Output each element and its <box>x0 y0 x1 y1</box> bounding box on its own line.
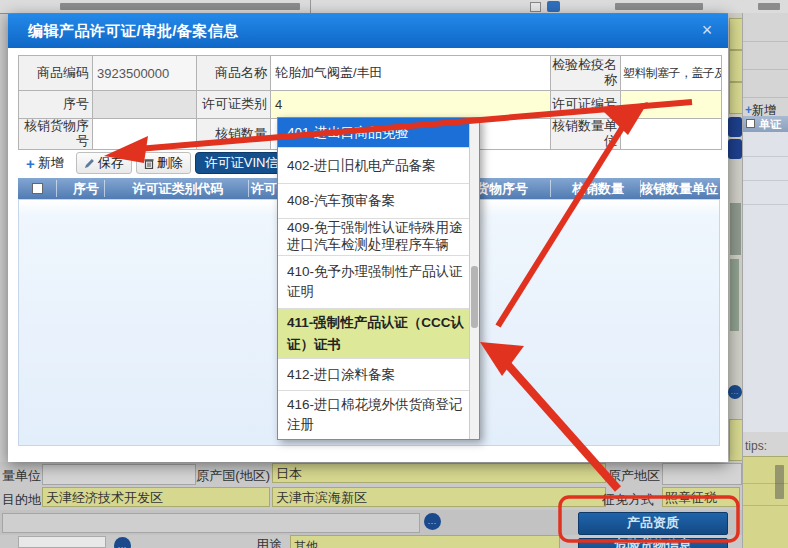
background-table-header: 单证 <box>743 116 788 132</box>
dropdown-scrollbar[interactable] <box>469 118 479 439</box>
col-header-type-code: 许可证类别代码 <box>108 178 248 199</box>
dropdown-option-409[interactable]: 409-免于强制性认证特殊用途进口汽车检测处理程序车辆 <box>278 219 470 256</box>
divider <box>743 69 788 70</box>
destination-field-2[interactable]: 天津市滨海新区 <box>272 487 606 507</box>
dropdown-option-401[interactable]: 401-进出口商品免验 <box>278 118 470 148</box>
col-header-seq: 序号 <box>66 178 106 199</box>
origin-area-label: 原产地区 <box>608 467 660 485</box>
dangerous-goods-button[interactable]: 危险货物信息 <box>578 538 728 548</box>
field-label: 许可证类别 <box>197 91 271 119</box>
close-icon[interactable]: × <box>696 19 718 41</box>
dropdown-option-416[interactable]: 416-进口棉花境外供货商登记注册 <box>278 391 470 439</box>
background-cell <box>729 50 743 82</box>
origin-area-field[interactable] <box>662 463 742 485</box>
destination-field-1[interactable]: 天津经济技术开发区 <box>42 487 270 507</box>
screen: ... +新增 单证 tips: 量单位 原产国(地区) 日本 <box>0 0 788 548</box>
divider <box>56 180 57 197</box>
field-label: 检验检疫名称 <box>551 56 621 91</box>
divider <box>743 204 788 205</box>
divider <box>248 180 249 197</box>
background-row-destination: 目的地 天津经济技术开发区 天津市滨海新区 征免方式 照章征税 <box>0 486 742 511</box>
field-label: 商品编码 <box>19 56 93 91</box>
plus-icon: + <box>26 155 35 172</box>
dialog-titlebar: 编辑产品许可证/审批/备案信息 × <box>8 14 728 48</box>
destination-label: 目的地 <box>2 491 41 509</box>
blurred-text-bar <box>775 465 784 499</box>
dropdown-option-411[interactable]: 411-强制性产品认证（CCC认证）证书 <box>278 309 470 359</box>
divider <box>743 180 788 181</box>
origin-country-label: 原产国(地区) <box>196 467 270 485</box>
qty-unit-field[interactable] <box>42 464 196 485</box>
plus-icon: + <box>745 103 752 117</box>
trash-icon <box>144 158 154 169</box>
background-cell <box>729 82 743 114</box>
origin-country-field[interactable]: 日本 <box>272 463 606 483</box>
field-label: 许可证编号 <box>551 91 621 119</box>
small-navy-button[interactable] <box>728 139 742 159</box>
writeoff-qty-unit-field[interactable] <box>621 119 722 150</box>
background-row-buttons: ... 产品资质 <box>0 510 742 536</box>
background-header-label: 单证 <box>759 117 781 132</box>
divider <box>310 0 311 13</box>
inspection-name-field[interactable]: 塑料制塞子，盖子及 <box>621 56 722 91</box>
product-code-field[interactable]: 3923500000 <box>93 56 197 91</box>
col-header-qty-unit: 核销数量单位 <box>630 178 728 199</box>
dropdown-option-402[interactable]: 402-进口旧机电产品备案 <box>278 148 470 184</box>
dropdown-option-408[interactable]: 408-汽车预审备案 <box>278 184 470 219</box>
scroll-strip[interactable] <box>730 259 739 331</box>
field-label: 序号 <box>19 91 93 119</box>
add-row-button[interactable]: + 新增 <box>18 152 72 174</box>
field-label: 核销数量 <box>197 119 271 150</box>
small-navy-button[interactable] <box>728 117 742 137</box>
usage-field[interactable]: 其他 <box>290 535 560 548</box>
qty-unit-label: 量单位 <box>2 467 41 485</box>
background-cell <box>729 18 743 50</box>
background-field[interactable] <box>2 513 420 533</box>
ellipsis-button[interactable]: ... <box>114 537 131 548</box>
dropdown-scrollbar-thumb[interactable] <box>471 266 478 328</box>
background-right-panel: +新增 单证 tips: <box>742 13 788 548</box>
license-type-dropdown: 401-进出口商品免验 402-进口旧机电产品备案 408-汽车预审备案 409… <box>277 117 480 440</box>
divider <box>743 97 788 98</box>
license-type-field[interactable]: 4 <box>271 91 551 119</box>
background-table-body <box>743 132 788 432</box>
background-top-strip <box>0 0 788 14</box>
select-all-checkbox[interactable] <box>32 183 43 194</box>
background-row-usage: ... 用途 其他 危险货物信息 <box>0 535 742 548</box>
divider <box>743 505 788 506</box>
background-cell <box>729 419 743 461</box>
blurred-text-bar <box>60 3 300 10</box>
usage-label: 用途 <box>256 536 282 548</box>
product-qualification-button[interactable]: 产品资质 <box>578 512 728 535</box>
ellipsis-button[interactable]: ... <box>424 513 441 530</box>
save-button[interactable]: 保存 <box>76 152 132 174</box>
small-blue-icon[interactable] <box>547 1 560 12</box>
tips-label: tips: <box>745 439 767 453</box>
ellipsis-button[interactable]: ... <box>728 385 742 399</box>
license-no-field[interactable] <box>621 91 722 119</box>
pencil-icon <box>84 158 95 169</box>
tax-mode-field[interactable]: 照章征税 <box>662 487 740 507</box>
divider <box>550 180 551 197</box>
checkbox[interactable] <box>530 2 541 12</box>
dropdown-option-410[interactable]: 410-免予办理强制性产品认证证明 <box>278 256 470 309</box>
divider <box>743 156 788 157</box>
delete-button[interactable]: 删除 <box>136 152 191 174</box>
dropdown-option-412[interactable]: 412-进口涂料备案 <box>278 359 470 391</box>
product-name-field[interactable]: 轮胎加气阀盖/丰田 <box>271 56 551 91</box>
dialog-toolbar: + 新增 保存 删除 许可证VIN信息 <box>18 152 301 174</box>
background-field[interactable] <box>18 536 106 548</box>
divider <box>104 180 105 197</box>
divider <box>640 180 641 197</box>
background-cell <box>730 203 741 255</box>
field-label: 核销数量单位 <box>551 119 621 150</box>
background-row-origin: 量单位 原产国(地区) 日本 原产地区 <box>0 462 742 487</box>
blurred-text-bar <box>615 3 703 10</box>
field-label: 商品名称 <box>197 56 271 91</box>
field-label: 核销货物序号 <box>19 119 93 150</box>
dropdown-list: 401-进出口商品免验 402-进口旧机电产品备案 408-汽车预审备案 409… <box>278 118 470 439</box>
serial-no-field[interactable] <box>93 91 197 119</box>
writeoff-goods-no-field[interactable] <box>93 119 197 150</box>
checkbox[interactable] <box>746 119 755 128</box>
background-note-area <box>743 456 788 548</box>
